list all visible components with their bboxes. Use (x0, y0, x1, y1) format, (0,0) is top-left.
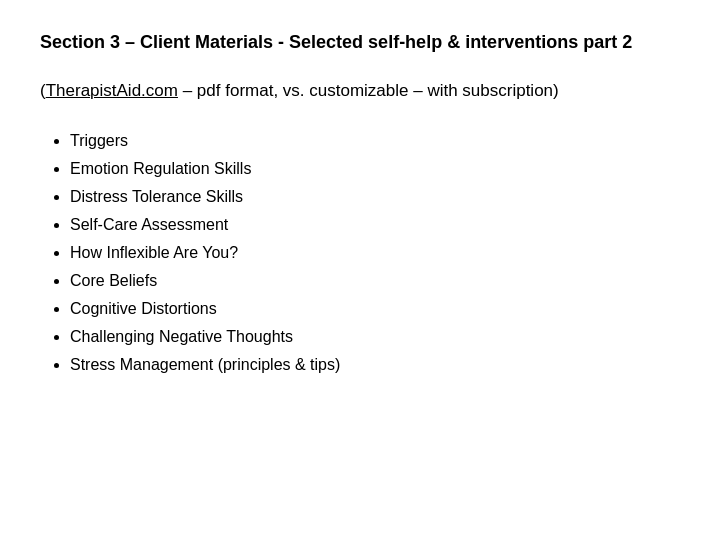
bullet-list: TriggersEmotion Regulation SkillsDistres… (40, 127, 680, 379)
subtitle-text: (TherapistAid.com – pdf format, vs. cust… (40, 79, 680, 103)
subtitle-rest: – pdf format, vs. customizable – with su… (178, 81, 559, 100)
list-item: Triggers (70, 127, 680, 155)
list-item: Distress Tolerance Skills (70, 183, 680, 211)
list-item: How Inflexible Are You? (70, 239, 680, 267)
list-item: Self-Care Assessment (70, 211, 680, 239)
section-title: Section 3 – Client Materials - Selected … (40, 30, 680, 55)
list-item: Core Beliefs (70, 267, 680, 295)
therapistaid-link[interactable]: TherapistAid.com (46, 81, 178, 100)
list-item: Stress Management (principles & tips) (70, 351, 680, 379)
list-item: Cognitive Distortions (70, 295, 680, 323)
list-item: Challenging Negative Thoughts (70, 323, 680, 351)
list-item: Emotion Regulation Skills (70, 155, 680, 183)
